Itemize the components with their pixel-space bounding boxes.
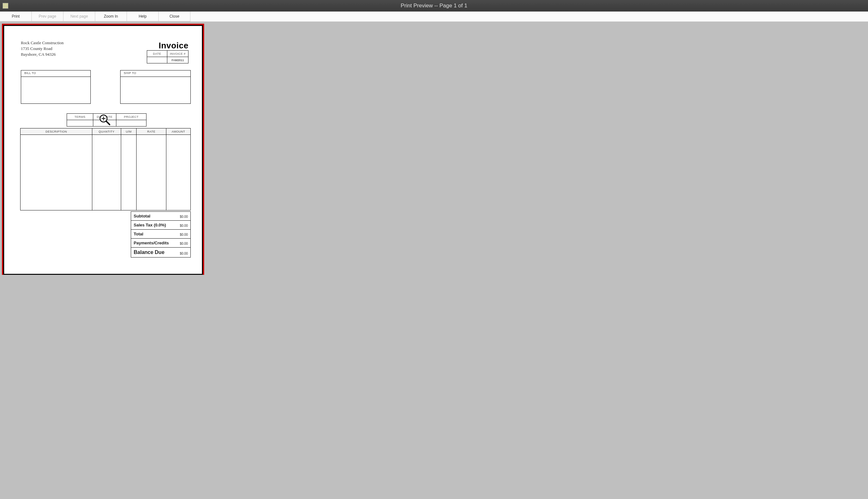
terms-value (67, 120, 93, 126)
payments-label: Payments/Credits (134, 241, 169, 245)
invoice-title: Invoice (159, 41, 189, 51)
subtotal-label: Subtotal (134, 214, 150, 218)
date-invoice-table: DATE INVOICE # FAM2011 (147, 50, 189, 63)
preview-area[interactable]: Rock Castle Construction 1735 County Roa… (0, 22, 868, 499)
col-amount: AMOUNT (166, 129, 191, 135)
titlebar: Print Preview -- Page 1 of 1 (0, 0, 868, 12)
total-label: Total (134, 232, 143, 236)
invoice-page[interactable]: Rock Castle Construction 1735 County Roa… (3, 25, 203, 275)
company-city: Bayshore, CA 94326 (21, 51, 64, 57)
balance-due-label: Balance Due (134, 250, 164, 255)
date-header: DATE (147, 51, 167, 57)
col-um: U/M (121, 129, 136, 135)
foot-blank (21, 210, 121, 221)
invoice-num-value: FAM2011 (167, 57, 189, 63)
bill-to-box: BILL TO (21, 70, 91, 104)
line-items-table: DESCRIPTION QUANTITY U/M RATE AMOUNT (20, 128, 191, 221)
ship-to-label: SHIP TO (120, 71, 190, 77)
col-description: DESCRIPTION (21, 129, 92, 135)
payments-row: Payments/Credits $0.00 (131, 239, 191, 247)
terms-table: TERMS DUE DATE PROJECT (67, 113, 146, 126)
balance-due-row: Balance Due $0.00 (131, 247, 191, 257)
invoice-num-header: INVOICE # (167, 51, 189, 57)
company-address: Rock Castle Construction 1735 County Roa… (21, 40, 64, 58)
sales-tax-value: $0.00 (180, 224, 188, 228)
balance-due-value: $0.00 (180, 252, 188, 255)
prev-page-button: Prev page (32, 12, 63, 22)
app-icon (2, 3, 8, 9)
close-button[interactable]: Close (159, 12, 190, 22)
window-title: Print Preview -- Page 1 of 1 (401, 2, 467, 9)
next-page-button: Next page (63, 12, 95, 22)
bill-to-label: BILL TO (21, 71, 91, 77)
company-name: Rock Castle Construction (21, 40, 64, 46)
due-date-header: DUE DATE (93, 114, 116, 120)
terms-header: TERMS (67, 114, 93, 120)
total-value: $0.00 (180, 233, 188, 236)
line-item-cell (121, 135, 136, 210)
col-rate: RATE (136, 129, 166, 135)
totals-section: Subtotal $0.00 Sales Tax (0.0%) $0.00 To… (131, 211, 191, 257)
line-item-cell (92, 135, 121, 210)
page-selection-outline: Rock Castle Construction 1735 County Roa… (2, 24, 204, 275)
project-value (116, 120, 146, 126)
toolbar: Print Prev page Next page Zoom In Help C… (0, 12, 868, 22)
total-row: Total $0.00 (131, 230, 191, 239)
sales-tax-label: Sales Tax (0.0%) (134, 222, 166, 228)
subtotal-value: $0.00 (180, 215, 188, 218)
print-button[interactable]: Print (0, 12, 32, 22)
col-quantity: QUANTITY (92, 129, 121, 135)
line-item-cell (21, 135, 92, 210)
date-value (147, 57, 167, 63)
line-item-cell (166, 135, 191, 210)
ship-to-box: SHIP TO (120, 70, 191, 104)
zoom-in-button[interactable]: Zoom In (95, 12, 127, 22)
company-street: 1735 County Road (21, 46, 64, 51)
subtotal-row: Subtotal $0.00 (131, 211, 191, 221)
sales-tax-row: Sales Tax (0.0%) $0.00 (131, 221, 191, 230)
help-button[interactable]: Help (127, 12, 159, 22)
project-header: PROJECT (116, 114, 146, 120)
line-item-cell (136, 135, 166, 210)
due-date-value (93, 120, 116, 126)
payments-value: $0.00 (180, 242, 188, 245)
